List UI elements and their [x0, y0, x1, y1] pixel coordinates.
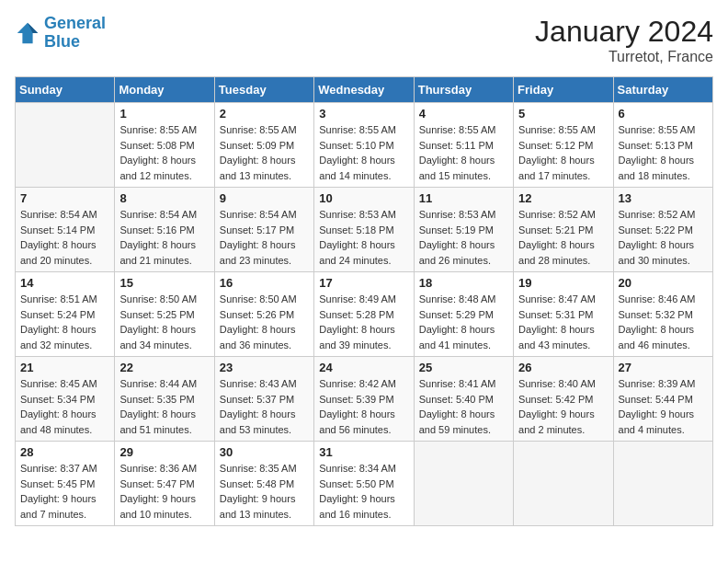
- calendar-cell: 23Sunrise: 8:43 AMSunset: 5:37 PMDayligh…: [214, 357, 313, 442]
- calendar-cell: 6Sunrise: 8:55 AMSunset: 5:13 PMDaylight…: [613, 103, 712, 188]
- calendar-week-row: 14Sunrise: 8:51 AMSunset: 5:24 PMDayligh…: [16, 272, 713, 357]
- day-info: Sunrise: 8:48 AMSunset: 5:29 PMDaylight:…: [419, 292, 508, 352]
- day-number: 30: [220, 445, 309, 459]
- day-info: Sunrise: 8:53 AMSunset: 5:19 PMDaylight:…: [419, 207, 508, 268]
- day-number: 11: [419, 191, 508, 205]
- calendar-cell: 28Sunrise: 8:37 AMSunset: 5:45 PMDayligh…: [16, 442, 115, 526]
- day-number: 13: [619, 191, 708, 205]
- calendar-cell: 14Sunrise: 8:51 AMSunset: 5:24 PMDayligh…: [16, 272, 115, 357]
- calendar-week-row: 21Sunrise: 8:45 AMSunset: 5:34 PMDayligh…: [16, 357, 713, 442]
- day-number: 10: [319, 191, 408, 205]
- day-number: 21: [20, 361, 109, 374]
- weekday-header: Thursday: [414, 77, 513, 103]
- day-info: Sunrise: 8:46 AMSunset: 5:32 PMDaylight:…: [619, 292, 708, 352]
- day-number: 1: [119, 107, 209, 121]
- calendar-cell: 10Sunrise: 8:53 AMSunset: 5:18 PMDayligh…: [314, 188, 414, 272]
- calendar-cell: 7Sunrise: 8:54 AMSunset: 5:14 PMDaylight…: [16, 188, 115, 272]
- day-info: Sunrise: 8:55 AMSunset: 5:10 PMDaylight:…: [319, 122, 408, 183]
- day-number: 15: [119, 276, 209, 290]
- day-info: Sunrise: 8:55 AMSunset: 5:08 PMDaylight:…: [119, 122, 209, 183]
- calendar-cell: 9Sunrise: 8:54 AMSunset: 5:17 PMDaylight…: [214, 188, 313, 272]
- day-number: 18: [419, 276, 508, 290]
- day-info: Sunrise: 8:55 AMSunset: 5:11 PMDaylight:…: [419, 122, 508, 183]
- day-info: Sunrise: 8:50 AMSunset: 5:26 PMDaylight:…: [220, 292, 309, 352]
- weekday-header: Saturday: [613, 77, 712, 103]
- day-info: Sunrise: 8:54 AMSunset: 5:14 PMDaylight:…: [20, 207, 109, 268]
- day-number: 12: [518, 191, 608, 205]
- day-number: 9: [220, 191, 309, 205]
- day-info: Sunrise: 8:39 AMSunset: 5:44 PMDaylight:…: [619, 376, 708, 437]
- day-number: 24: [319, 361, 408, 374]
- day-number: 23: [220, 361, 309, 374]
- day-info: Sunrise: 8:54 AMSunset: 5:17 PMDaylight:…: [220, 207, 309, 268]
- location-title: Turretot, France: [535, 49, 713, 65]
- month-title: January 2024: [535, 15, 713, 49]
- logo-text: General Blue: [44, 15, 106, 52]
- day-info: Sunrise: 8:40 AMSunset: 5:42 PMDaylight:…: [518, 376, 608, 437]
- day-info: Sunrise: 8:34 AMSunset: 5:50 PMDaylight:…: [319, 461, 408, 522]
- day-number: 29: [119, 445, 209, 459]
- calendar-cell: 5Sunrise: 8:55 AMSunset: 5:12 PMDaylight…: [514, 103, 613, 188]
- day-info: Sunrise: 8:49 AMSunset: 5:28 PMDaylight:…: [319, 292, 408, 352]
- page-header: General Blue January 2024 Turretot, Fran…: [15, 15, 713, 65]
- day-info: Sunrise: 8:55 AMSunset: 5:13 PMDaylight:…: [619, 122, 708, 183]
- day-number: 14: [20, 276, 109, 290]
- logo-icon: [15, 20, 40, 46]
- calendar-week-row: 7Sunrise: 8:54 AMSunset: 5:14 PMDaylight…: [16, 188, 713, 272]
- day-number: 27: [619, 361, 708, 374]
- day-number: 3: [319, 107, 408, 121]
- day-number: 17: [319, 276, 408, 290]
- calendar-cell: 27Sunrise: 8:39 AMSunset: 5:44 PMDayligh…: [613, 357, 712, 442]
- weekday-header: Monday: [115, 77, 214, 103]
- calendar-cell: 24Sunrise: 8:42 AMSunset: 5:39 PMDayligh…: [314, 357, 414, 442]
- calendar-cell: [16, 103, 115, 188]
- day-number: 8: [119, 191, 209, 205]
- day-info: Sunrise: 8:52 AMSunset: 5:22 PMDaylight:…: [619, 207, 708, 268]
- day-info: Sunrise: 8:45 AMSunset: 5:34 PMDaylight:…: [20, 376, 109, 437]
- calendar-cell: 21Sunrise: 8:45 AMSunset: 5:34 PMDayligh…: [16, 357, 115, 442]
- weekday-header: Wednesday: [314, 77, 414, 103]
- day-info: Sunrise: 8:52 AMSunset: 5:21 PMDaylight:…: [518, 207, 608, 268]
- calendar-cell: [514, 442, 613, 526]
- day-info: Sunrise: 8:55 AMSunset: 5:09 PMDaylight:…: [220, 122, 309, 183]
- calendar-cell: [613, 442, 712, 526]
- day-number: 5: [518, 107, 608, 121]
- day-number: 4: [419, 107, 508, 121]
- day-number: 7: [20, 191, 109, 205]
- calendar-cell: 8Sunrise: 8:54 AMSunset: 5:16 PMDaylight…: [115, 188, 214, 272]
- calendar-cell: [414, 442, 513, 526]
- calendar-cell: 20Sunrise: 8:46 AMSunset: 5:32 PMDayligh…: [613, 272, 712, 357]
- day-number: 20: [619, 276, 708, 290]
- day-info: Sunrise: 8:50 AMSunset: 5:25 PMDaylight:…: [119, 292, 209, 352]
- day-number: 2: [220, 107, 309, 121]
- weekday-header: Friday: [514, 77, 613, 103]
- day-number: 26: [518, 361, 608, 374]
- day-info: Sunrise: 8:43 AMSunset: 5:37 PMDaylight:…: [220, 376, 309, 437]
- day-info: Sunrise: 8:41 AMSunset: 5:40 PMDaylight:…: [419, 376, 508, 437]
- day-number: 16: [220, 276, 309, 290]
- day-info: Sunrise: 8:54 AMSunset: 5:16 PMDaylight:…: [119, 207, 209, 268]
- day-info: Sunrise: 8:37 AMSunset: 5:45 PMDaylight:…: [20, 461, 109, 522]
- day-info: Sunrise: 8:51 AMSunset: 5:24 PMDaylight:…: [20, 292, 109, 352]
- calendar-cell: 29Sunrise: 8:36 AMSunset: 5:47 PMDayligh…: [115, 442, 214, 526]
- day-number: 6: [619, 107, 708, 121]
- day-info: Sunrise: 8:47 AMSunset: 5:31 PMDaylight:…: [518, 292, 608, 352]
- day-info: Sunrise: 8:44 AMSunset: 5:35 PMDaylight:…: [119, 376, 209, 437]
- calendar-cell: 13Sunrise: 8:52 AMSunset: 5:22 PMDayligh…: [613, 188, 712, 272]
- calendar-cell: 26Sunrise: 8:40 AMSunset: 5:42 PMDayligh…: [514, 357, 613, 442]
- calendar-week-row: 1Sunrise: 8:55 AMSunset: 5:08 PMDaylight…: [16, 103, 713, 188]
- calendar-cell: 31Sunrise: 8:34 AMSunset: 5:50 PMDayligh…: [314, 442, 414, 526]
- calendar-table: SundayMondayTuesdayWednesdayThursdayFrid…: [15, 76, 713, 526]
- day-info: Sunrise: 8:42 AMSunset: 5:39 PMDaylight:…: [319, 376, 408, 437]
- calendar-cell: 22Sunrise: 8:44 AMSunset: 5:35 PMDayligh…: [115, 357, 214, 442]
- calendar-cell: 25Sunrise: 8:41 AMSunset: 5:40 PMDayligh…: [414, 357, 513, 442]
- weekday-header-row: SundayMondayTuesdayWednesdayThursdayFrid…: [16, 77, 713, 103]
- day-info: Sunrise: 8:35 AMSunset: 5:48 PMDaylight:…: [220, 461, 309, 522]
- calendar-cell: 2Sunrise: 8:55 AMSunset: 5:09 PMDaylight…: [214, 103, 313, 188]
- day-number: 19: [518, 276, 608, 290]
- calendar-cell: 18Sunrise: 8:48 AMSunset: 5:29 PMDayligh…: [414, 272, 513, 357]
- day-number: 28: [20, 445, 109, 459]
- calendar-cell: 4Sunrise: 8:55 AMSunset: 5:11 PMDaylight…: [414, 103, 513, 188]
- calendar-week-row: 28Sunrise: 8:37 AMSunset: 5:45 PMDayligh…: [16, 442, 713, 526]
- day-info: Sunrise: 8:36 AMSunset: 5:47 PMDaylight:…: [119, 461, 209, 522]
